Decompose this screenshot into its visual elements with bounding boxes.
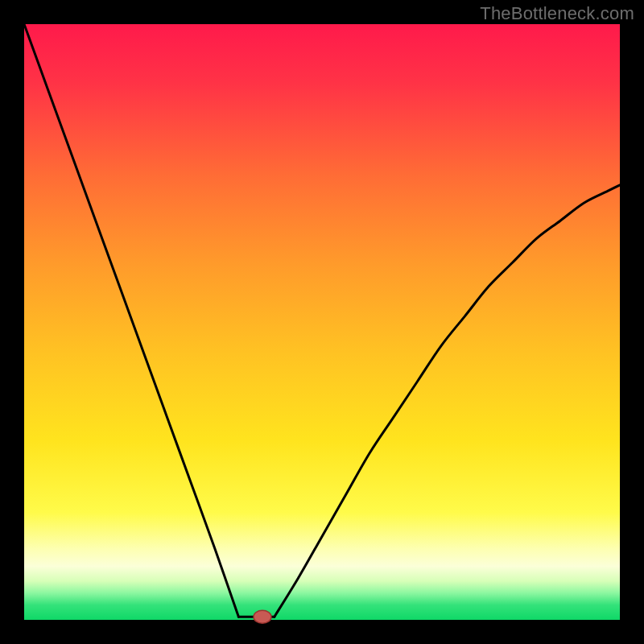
optimum-marker-icon xyxy=(254,610,271,623)
plot-gradient-background xyxy=(24,24,620,620)
bottleneck-chart xyxy=(0,0,644,644)
chart-stage: TheBottleneck.com xyxy=(0,0,644,644)
watermark-text: TheBottleneck.com xyxy=(480,3,634,24)
